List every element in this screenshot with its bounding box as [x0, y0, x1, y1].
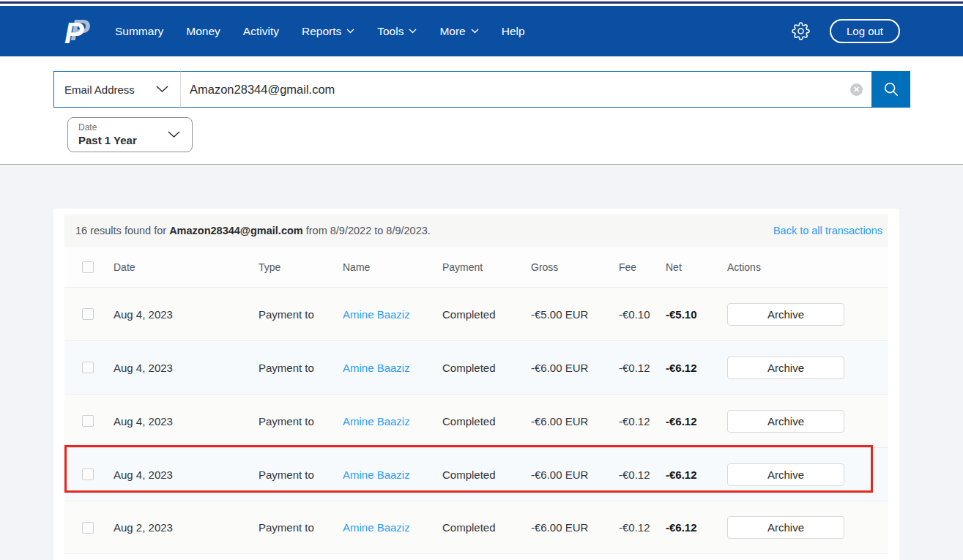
search-input[interactable]	[190, 83, 850, 97]
gear-icon[interactable]	[792, 22, 810, 40]
results-summary-band: 16 results found forAmazon28344@gmail.co…	[64, 214, 888, 247]
main-navbar: P P Summary Money Activity Reports Tools…	[0, 6, 963, 56]
row-checkbox[interactable]	[82, 468, 94, 480]
nav-item-summary[interactable]: Summary	[115, 25, 163, 38]
cell-date: Aug 4, 2023	[114, 308, 259, 321]
table-row-highlighted: Aug 4, 2023 Payment to Amine Baaziz Comp…	[64, 447, 888, 501]
nav-item-more[interactable]: More	[439, 25, 478, 38]
chevron-down-icon	[471, 29, 479, 34]
cell-type: Payment to	[259, 362, 343, 374]
row-checkbox[interactable]	[82, 522, 94, 534]
cell-date: Aug 4, 2023	[114, 468, 259, 481]
cell-gross: -€5.00 EUR	[524, 308, 611, 321]
column-header-actions: Actions	[727, 261, 888, 273]
table-header-row: Date Type Name Payment Gross Fee Net Act…	[64, 247, 888, 287]
chevron-down-icon	[409, 29, 417, 34]
row-checkbox[interactable]	[82, 362, 94, 373]
clear-icon[interactable]: ✕	[850, 83, 863, 96]
cell-payment-status: Completed	[442, 415, 524, 428]
table-row: Aug 2, 2023 Payment to Amine Baaziz Comp…	[64, 501, 888, 554]
archive-button[interactable]: Archive	[727, 410, 844, 433]
results-card: 16 results found forAmazon28344@gmail.co…	[53, 209, 899, 560]
cell-fee: -€0.12	[611, 521, 663, 534]
nav-item-reports[interactable]: Reports	[302, 25, 354, 38]
back-to-transactions-link[interactable]: Back to all transactions	[773, 225, 882, 236]
column-header-net: Net	[663, 261, 727, 273]
cell-date: Aug 2, 2023	[114, 521, 259, 534]
payee-link[interactable]: Amine Baaziz	[343, 521, 410, 534]
search-button[interactable]	[871, 71, 910, 108]
cell-fee: -€0.12	[611, 362, 663, 374]
cell-net: -€5.10	[663, 308, 727, 321]
search-bar: Email Address ✕	[53, 71, 910, 108]
cell-fee: -€0.12	[611, 468, 663, 481]
search-section: Email Address ✕ Date Past 1 Year	[0, 56, 963, 164]
column-header-type: Type	[259, 261, 343, 273]
cell-net: -€6.12	[663, 521, 727, 534]
archive-button[interactable]: Archive	[727, 516, 844, 539]
cell-type: Payment to	[259, 415, 343, 428]
search-field-selector[interactable]: Email Address	[53, 71, 180, 108]
cell-date: Aug 4, 2023	[114, 362, 259, 374]
column-header-date: Date	[114, 261, 259, 273]
nav-item-money[interactable]: Money	[186, 25, 220, 38]
summary-email: Amazon28344@gmail.com	[169, 225, 303, 236]
cell-payment-status: Completed	[442, 362, 524, 374]
search-field-selector-label: Email Address	[64, 83, 135, 96]
cell-gross: -€6.00 EUR	[524, 362, 611, 374]
cell-payment-status: Completed	[442, 308, 524, 321]
cell-type: Payment to	[259, 521, 343, 534]
table-row: Aug 4, 2023 Payment to Amine Baaziz Comp…	[64, 394, 888, 447]
cell-fee: -€0.10	[611, 308, 663, 321]
cell-date: Aug 4, 2023	[114, 415, 259, 428]
cell-gross: -€6.00 EUR	[524, 521, 611, 534]
table-row: Aug 4, 2023 Payment to Amine Baaziz Comp…	[64, 287, 888, 340]
column-header-payment: Payment	[442, 261, 524, 273]
table-row: Aug 4, 2023 Payment to Amine Baaziz Comp…	[64, 340, 888, 394]
cell-net: -€6.12	[663, 415, 727, 428]
payee-link[interactable]: Amine Baaziz	[343, 362, 410, 374]
cell-type: Payment to	[259, 468, 343, 481]
cell-net: -€6.12	[663, 468, 727, 481]
column-header-name: Name	[343, 261, 442, 273]
chevron-down-icon	[346, 29, 354, 34]
paypal-logo-icon[interactable]: P P	[64, 15, 91, 48]
date-filter-value: Past 1 Year	[78, 134, 182, 146]
search-input-wrap: ✕	[180, 71, 871, 108]
page-body: 16 results found forAmazon28344@gmail.co…	[0, 165, 963, 560]
column-header-fee: Fee	[611, 261, 663, 273]
nav-item-tools[interactable]: Tools	[377, 25, 417, 38]
payee-link[interactable]: Amine Baaziz	[343, 308, 410, 321]
logout-button[interactable]: Log out	[830, 19, 900, 43]
archive-button[interactable]: Archive	[727, 463, 844, 486]
navbar-right: Log out	[792, 19, 900, 43]
cell-payment-status: Completed	[442, 468, 524, 481]
date-filter-label: Date	[78, 122, 182, 132]
chevron-down-icon	[168, 131, 180, 138]
cell-gross: -€6.00 EUR	[524, 468, 611, 481]
column-header-gross: Gross	[524, 261, 611, 273]
cell-payment-status: Completed	[442, 521, 524, 534]
row-checkbox[interactable]	[82, 415, 94, 427]
row-checkbox[interactable]	[82, 308, 94, 320]
chevron-down-icon	[156, 86, 168, 93]
nav-item-help[interactable]: Help	[502, 25, 525, 38]
payee-link[interactable]: Amine Baaziz	[343, 468, 410, 481]
cell-type: Payment to	[259, 308, 343, 321]
window-top-edge	[0, 0, 963, 6]
cell-fee: -€0.12	[611, 415, 663, 428]
cell-net: -€6.12	[663, 362, 727, 374]
cell-gross: -€6.00 EUR	[524, 415, 611, 428]
archive-button[interactable]: Archive	[727, 356, 844, 379]
select-all-checkbox[interactable]	[82, 261, 94, 273]
archive-button[interactable]: Archive	[727, 303, 844, 326]
results-summary-text: 16 results found forAmazon28344@gmail.co…	[75, 225, 431, 236]
date-filter-dropdown[interactable]: Date Past 1 Year	[67, 117, 193, 152]
payee-link[interactable]: Amine Baaziz	[343, 415, 410, 428]
primary-nav: Summary Money Activity Reports Tools Mor…	[115, 25, 525, 38]
nav-item-activity[interactable]: Activity	[243, 25, 279, 38]
search-icon	[883, 81, 899, 97]
